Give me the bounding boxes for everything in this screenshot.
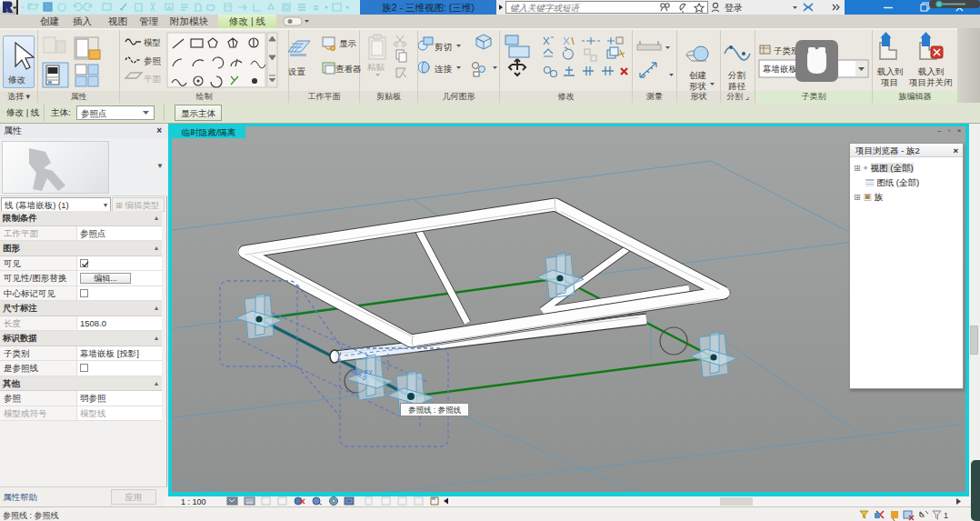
svg-text:设置: 设置 (288, 66, 306, 76)
svg-text:显示: 显示 (339, 38, 356, 48)
svg-text:载入到: 载入到 (876, 66, 904, 76)
svg-text:FY: FY (365, 369, 373, 376)
svg-text:登录: 登录 (725, 3, 743, 13)
svg-text:参照: 参照 (144, 55, 162, 66)
svg-text:模型: 模型 (144, 37, 161, 47)
svg-text:项目: 项目 (880, 77, 898, 87)
svg-text:查看器: 查看器 (335, 64, 361, 74)
svg-text:粘贴: 粘贴 (367, 62, 385, 72)
svg-text:载入到: 载入到 (917, 66, 945, 76)
svg-text:分割: 分割 (727, 70, 746, 80)
svg-text:路径: 路径 (728, 81, 746, 91)
svg-text:连接: 连接 (435, 64, 453, 74)
svg-text:创建: 创建 (689, 70, 706, 80)
svg-text:平面: 平面 (144, 74, 162, 84)
svg-text:1: 1 (944, 511, 948, 520)
svg-text:剪切: 剪切 (435, 42, 452, 52)
svg-text:项目并关闭: 项目并关闭 (908, 77, 953, 87)
svg-text:形状: 形状 (689, 81, 707, 91)
